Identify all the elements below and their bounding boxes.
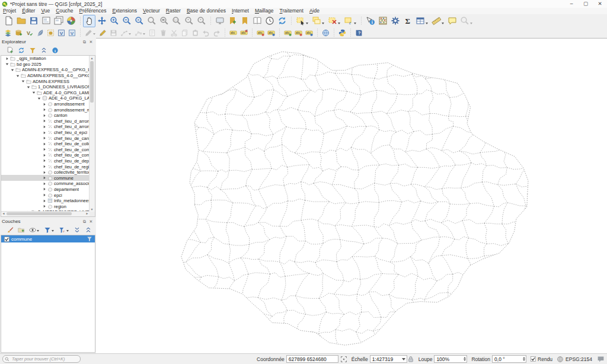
dropdown-arrow-icon[interactable] (426, 23, 428, 24)
spinner-arrows-icon[interactable] (464, 356, 466, 362)
maximize-button[interactable]: ▢ (579, 0, 593, 8)
chevron-right-icon[interactable] (42, 187, 47, 191)
help-contents-button[interactable] (353, 27, 364, 38)
browser-item-arrondissement-municipal[interactable]: arrondissement_municipal (1, 107, 90, 113)
menu--diter[interactable]: Éditer (19, 8, 38, 14)
browser-item-canton[interactable]: canton (1, 113, 90, 119)
browser-item-ade-4-0-gpkg-lamb93[interactable]: ADE_4-0_GPKG_LAMB93 (1, 95, 90, 101)
chevron-down-icon[interactable] (31, 90, 36, 95)
browser-horizontal-scrollbar[interactable]: ◄ ► (1, 211, 90, 216)
layer-visibility-checkbox[interactable] (4, 237, 9, 242)
zoom-last-button[interactable] (183, 15, 195, 27)
chevron-right-icon[interactable] (42, 142, 47, 146)
chevron-right-icon[interactable] (42, 175, 47, 180)
filter-by-expression-button[interactable] (57, 225, 67, 235)
pin-labels-button[interactable] (255, 27, 266, 38)
browser-vertical-scrollbar[interactable]: ▲ ▼ (89, 56, 95, 212)
chevron-right-icon[interactable] (42, 170, 47, 175)
browser-item-region[interactable]: region (1, 203, 90, 209)
dropdown-arrow-icon[interactable] (52, 230, 54, 232)
scroll-down-icon[interactable]: ▼ (90, 207, 94, 212)
chevron-down-icon[interactable] (15, 74, 20, 78)
zoom-to-layer-button[interactable] (158, 15, 170, 27)
dropdown-arrow-icon[interactable] (66, 230, 69, 232)
chevron-right-icon[interactable] (42, 124, 47, 129)
select-features-button[interactable] (294, 15, 306, 27)
data-source-manager-button[interactable] (2, 27, 13, 38)
new-spatialite-layer-button[interactable] (34, 27, 45, 38)
chevron-right-icon[interactable] (42, 130, 47, 135)
browser-item-commune[interactable]: commune (1, 175, 90, 181)
chevron-right-icon[interactable] (42, 147, 47, 152)
chevron-down-icon[interactable] (37, 96, 41, 101)
chevron-right-icon[interactable] (42, 164, 47, 169)
show-hidden-labels-button[interactable] (282, 27, 293, 38)
render-checkbox[interactable] (531, 356, 536, 362)
magnifier-spinbox[interactable]: 100% (434, 355, 467, 363)
field-calculator-button[interactable] (376, 15, 389, 27)
browser-item-chef-lieu-d-arrondissement-m[interactable]: chef_lieu_d_arrondissement_m (1, 124, 90, 130)
refresh-browser-button[interactable] (17, 46, 26, 55)
new-mesh-layer-button[interactable] (66, 27, 77, 38)
zoom-next-button[interactable] (195, 15, 207, 27)
new-bookmark-button[interactable] (226, 15, 238, 27)
browser-item-chef-lieu-de-commune-a[interactable]: chef_lieu_de_commune_a (1, 152, 90, 158)
style-manager-button[interactable] (65, 15, 77, 27)
move-label-button[interactable] (293, 27, 304, 38)
browser-item-departement[interactable]: departement (1, 187, 90, 193)
dropdown-arrow-icon[interactable] (306, 23, 308, 24)
layer-filter-indicator-icon[interactable] (87, 236, 92, 242)
open-layer-styling-button[interactable] (5, 225, 15, 235)
chevron-right-icon[interactable] (42, 107, 47, 112)
new-project-button[interactable] (2, 15, 15, 27)
processing-toolbox-button[interactable] (389, 15, 401, 27)
toggle-editing-button[interactable] (97, 27, 108, 38)
filter-legend-button[interactable] (43, 225, 52, 235)
dropdown-arrow-icon[interactable] (470, 23, 472, 24)
zoom-to-selection-button[interactable] (145, 15, 158, 27)
close-button[interactable]: ✕ (593, 0, 607, 8)
browser-item-bd-geo-2025[interactable]: bd geo 2025 (1, 62, 90, 68)
pan-map-button[interactable] (83, 15, 95, 27)
metasearch-button[interactable] (320, 27, 331, 38)
menu-vue[interactable]: Vue (38, 8, 53, 14)
dropdown-arrow-icon[interactable] (37, 230, 39, 232)
menu-maillage[interactable]: Maillage (252, 8, 277, 14)
menu-base-de-donn-es[interactable]: Base de données (184, 8, 229, 14)
dropdown-arrow-icon[interactable] (143, 33, 145, 35)
new-print-layout-button[interactable] (40, 15, 52, 27)
save-project-button[interactable] (27, 15, 40, 27)
browser-item-admin-express[interactable]: ADMIN-EXPRESS (1, 78, 90, 84)
messages-icon[interactable] (597, 355, 605, 363)
menu-pr-f-rences[interactable]: Préférences (76, 8, 110, 14)
new-shapefile-layer-button[interactable] (24, 27, 34, 38)
collapse-all-button[interactable] (84, 225, 93, 235)
menu-aide[interactable]: Aide (306, 8, 322, 14)
chevron-right-icon[interactable] (42, 113, 47, 118)
properties-widget-button[interactable] (50, 46, 60, 55)
browser-item-admin-express-4-0-gpkg-lamb[interactable]: ADMIN-EXPRESS_4-0__GPKG_LAMB (1, 73, 90, 79)
dropdown-arrow-icon[interactable] (322, 23, 324, 24)
menu-projet[interactable]: Projet (0, 8, 19, 14)
dropdown-arrow-icon[interactable] (129, 33, 131, 35)
minimize-button[interactable]: – (564, 0, 579, 8)
select-by-form-button[interactable] (310, 15, 322, 27)
zoom-native-resolution-button[interactable] (170, 15, 183, 27)
scroll-right-icon[interactable]: ► (85, 212, 90, 216)
menu-traitement[interactable]: Traitement (277, 8, 306, 14)
extents-icon[interactable] (340, 356, 347, 363)
statistics-panel-button[interactable] (401, 15, 414, 27)
spinner-arrows-icon[interactable] (523, 356, 525, 362)
menu-internet[interactable]: Internet (229, 8, 252, 14)
chevron-down-icon[interactable] (5, 62, 9, 66)
chevron-right-icon[interactable] (42, 102, 47, 107)
browser-item-chef-lieu-d-epci[interactable]: chef_lieu_d_epci (1, 130, 90, 136)
identify-features-button[interactable] (364, 15, 376, 27)
zoom-out-button[interactable] (120, 15, 133, 27)
scroll-thumb[interactable] (7, 212, 72, 215)
chevron-right-icon[interactable] (42, 193, 47, 197)
temporal-controller-button[interactable] (263, 15, 276, 27)
menu-couche[interactable]: Couche (53, 8, 76, 14)
browser-item-epci[interactable]: epci (1, 192, 90, 198)
menu-raster[interactable]: Raster (163, 8, 184, 14)
